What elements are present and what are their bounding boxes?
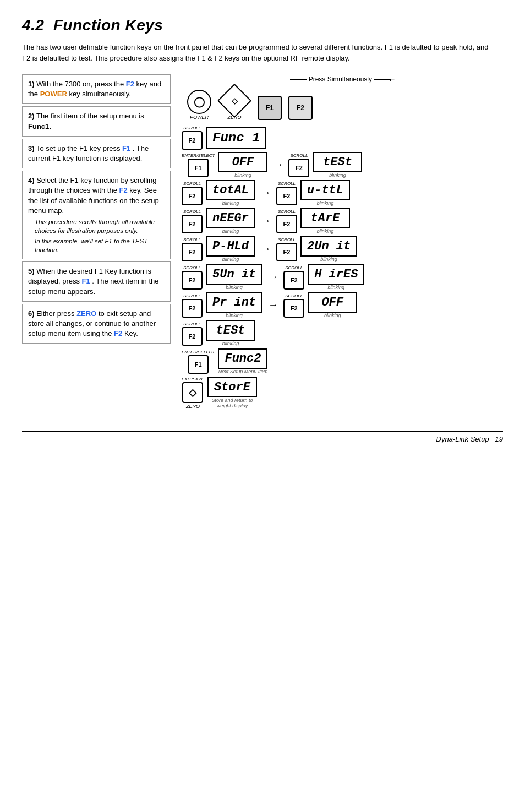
hires-display: H irES blinking (308, 264, 364, 290)
diag-row-func2: ENTER/SELECT F1 Func2 Next Setup Menu It… (182, 348, 503, 374)
arrow-2: → (261, 187, 271, 199)
scroll-f2-btn-9[interactable]: F2 (182, 271, 203, 290)
scroll-f2-key-8: SCROLL F2 (276, 237, 297, 261)
step-3: 3) To set up the F1 key press F1 . The c… (22, 139, 171, 168)
phld-display: P-HLd blinking (206, 236, 255, 262)
arrow-5: → (268, 271, 278, 283)
enter-f1-key-1: ENTER/SELECT F1 (182, 153, 215, 177)
phld-blink-label: blinking (222, 257, 239, 262)
zero-exit-text: ZERO (186, 404, 200, 409)
2unit-display-box: 2Un it (300, 236, 357, 257)
diag-row-5unit: SCROLL F2 5Un it blinking → SCROLL F2 H … (182, 264, 503, 290)
scroll-label-5: SCROLL (183, 209, 201, 214)
off2-display: OFF blinking (308, 292, 357, 318)
zero-key[interactable]: ◇ (217, 84, 251, 118)
scroll-f2-btn-7[interactable]: F2 (182, 243, 203, 261)
enter-f1-btn-2[interactable]: F1 (188, 355, 209, 374)
2unit-blink-label: blinking (320, 257, 337, 262)
scroll-f2-btn-6[interactable]: F2 (276, 215, 297, 233)
scroll-f2-btn-3[interactable]: F2 (182, 187, 203, 205)
test2-display: tESt blinking (206, 320, 255, 346)
store-display: StorE Store and return to weight display (207, 377, 257, 408)
diag-row-total: SCROLL F2 totAL blinking → SCROLL F2 u-t… (182, 180, 503, 206)
scroll-label-4: SCROLL (278, 181, 296, 186)
test2-blink-label: blinking (222, 341, 239, 346)
uttl-blink-label: blinking (317, 200, 334, 206)
scroll-f2-key-6: SCROLL F2 (276, 209, 297, 233)
off-display-box: OFF (218, 152, 267, 172)
store-label2: weight display (217, 403, 248, 408)
step-2-func1: Func1. (28, 122, 51, 130)
func2-next-label: Next Setup Menu Item (218, 369, 268, 374)
print-display-box: Pr int (206, 292, 262, 313)
scroll-f2-key-7: SCROLL F2 (182, 237, 203, 261)
power-key-group: ◯ POWER (187, 90, 211, 120)
off-blink-label: blinking (234, 172, 251, 178)
scroll-f2-btn-13[interactable]: F2 (182, 327, 203, 346)
5unit-display: 5Un it blinking (206, 264, 262, 290)
total-display: totAL blinking (206, 180, 255, 206)
zero-exit-btn[interactable]: ◇ (182, 382, 203, 403)
diag-row-test2: SCROLL F2 tESt blinking (182, 320, 503, 346)
diag-row-phld: SCROLL F2 P-HLd blinking → SCROLL F2 2Un… (182, 236, 503, 262)
scroll-f2-key-9: SCROLL F2 (182, 265, 203, 290)
page-footer: Dyna-Link Setup 19 (22, 431, 503, 443)
f1-top-key[interactable]: F1 (258, 96, 282, 120)
step-2-num: 2) (28, 112, 35, 120)
hires-blink-label: blinking (328, 285, 345, 290)
scroll-f2-btn-5[interactable]: F2 (182, 215, 203, 233)
scroll-label-12: SCROLL (285, 293, 303, 298)
press-sim-label: Press Simultaneously (309, 75, 372, 83)
test-display-1: tESt blinking (313, 152, 362, 178)
5unit-blink-label: blinking (226, 285, 243, 290)
step-6-zero: ZERO (76, 309, 96, 318)
scroll-f2-key-2: SCROLL F2 (288, 153, 309, 177)
exit-save-label: EXIT/SAVE (182, 377, 204, 382)
step-5-f1: F1 (82, 277, 90, 285)
f2-top-key-group: F2 (288, 96, 313, 120)
hires-display-box: H irES (308, 264, 364, 285)
intro-text: The has two user definable function keys… (22, 42, 495, 63)
press-simultaneously: Press Simultaneously ⌐ (182, 74, 503, 84)
neegr-blink-label: blinking (222, 228, 239, 234)
scroll-f2-btn-8[interactable]: F2 (276, 243, 297, 261)
power-key[interactable]: ◯ (187, 90, 211, 114)
scroll-f2-key-3: SCROLL F2 (182, 181, 203, 205)
zero-exit-key-group: EXIT/SAVE ◇ ZERO (182, 377, 204, 409)
scroll-f2-btn-12[interactable]: F2 (283, 299, 304, 318)
f2-top-key[interactable]: F2 (288, 96, 313, 120)
diag-row-off: ENTER/SELECT F1 OFF blinking → SCROLL F2… (182, 152, 503, 178)
scroll-f2-btn-11[interactable]: F2 (182, 299, 203, 318)
test2-display-box: tESt (206, 320, 255, 341)
scroll-f2-key-5: SCROLL F2 (182, 209, 203, 233)
power-key-label: POWER (190, 115, 209, 120)
step-1-text3: key simultaneously. (69, 90, 130, 98)
scroll-f2-btn-4[interactable]: F2 (276, 187, 297, 205)
scroll-f2-btn-2[interactable]: F2 (288, 159, 309, 177)
top-keys-row: ◯ POWER ◇ ZERO F1 F2 (182, 89, 503, 120)
tare-display-box: tArE (300, 208, 350, 228)
test-display-box-1: tESt (313, 152, 362, 172)
tare-display: tArE blinking (300, 208, 350, 234)
main-layout: 1) With the 7300 on, press the F2 key an… (22, 74, 503, 409)
scroll-label-6: SCROLL (278, 209, 296, 214)
step-4-num: 4) (28, 176, 35, 184)
test-blink-label-1: blinking (329, 172, 346, 178)
off2-blink-label: blinking (324, 313, 341, 318)
print-blink-label: blinking (226, 313, 243, 318)
func1-display: Func 1 (206, 127, 266, 149)
scroll-f2-key-1: SCROLL F2 (182, 126, 203, 150)
diagram-column: Press Simultaneously ⌐ ◯ POWER ◇ ZERO F1… (182, 74, 503, 409)
scroll-f2-btn-1[interactable]: F2 (182, 131, 203, 150)
enter-f1-btn-1[interactable]: F1 (188, 159, 209, 177)
scroll-label-13: SCROLL (183, 321, 201, 326)
enter-label-1: ENTER/SELECT (182, 153, 215, 158)
scroll-label-3: SCROLL (183, 181, 201, 186)
scroll-f2-btn-10[interactable]: F2 (283, 271, 304, 290)
scroll-label-11: SCROLL (183, 293, 201, 298)
scroll-label-1: SCROLL (183, 126, 201, 130)
step-5-num: 5) (28, 267, 35, 275)
enter-label-2: ENTER/SELECT (182, 350, 215, 355)
func2-display-box: Func2 (218, 348, 267, 369)
footer-text: Dyna-Link Setup (436, 435, 489, 443)
